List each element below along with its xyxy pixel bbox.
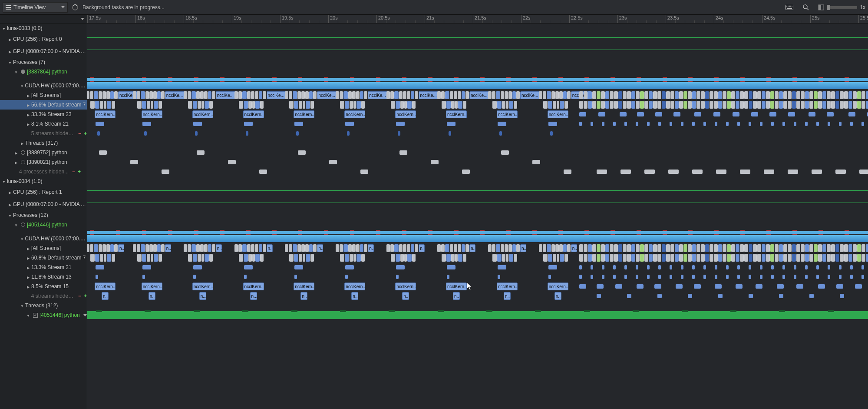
kernel-block[interactable]: [242, 91, 247, 99]
kernel-block[interactable]: [640, 254, 644, 262]
tree-row-q0b[interactable]: [0, 229, 87, 234]
kernel-block-nccl[interactable]: ncclKern...: [95, 110, 116, 118]
kernel-block-nccl[interactable]: ncclKern...: [192, 283, 213, 290]
kernel-block[interactable]: [675, 91, 679, 99]
kernel-block[interactable]: [683, 244, 687, 252]
kernel-block[interactable]: [788, 101, 792, 109]
kernel-block[interactable]: [770, 91, 774, 99]
kernel-block[interactable]: [260, 101, 264, 109]
kernel-block[interactable]: [831, 254, 835, 262]
kernel-block[interactable]: [149, 244, 153, 252]
kernel-block[interactable]: [681, 275, 683, 279]
kernel-block[interactable]: [731, 91, 735, 99]
kernel-block[interactable]: [688, 101, 692, 109]
kernel-block[interactable]: [87, 244, 89, 252]
kernel-block[interactable]: [809, 254, 813, 262]
kernel-block[interactable]: [114, 244, 118, 252]
kernel-block[interactable]: [683, 254, 687, 262]
kernel-block[interactable]: [234, 244, 238, 252]
kernel-block[interactable]: [631, 244, 635, 252]
kernel-block[interactable]: [770, 254, 774, 262]
kernel-block[interactable]: [255, 91, 258, 99]
kernel-block[interactable]: [751, 112, 758, 116]
tree-row-gpu0[interactable]: GPU (0000:07:00.0 - NVIDIA A10: [0, 45, 87, 57]
tree-row-cpu1[interactable]: CPU (256) : Report 1: [0, 186, 87, 198]
kernel-block[interactable]: [158, 101, 162, 109]
kernel-block[interactable]: [263, 91, 266, 99]
kernel-block[interactable]: [550, 131, 553, 136]
track-all0[interactable]: ncclKe...ncclKe...ncclKe...ncclKe...nccl…: [87, 90, 868, 100]
kernel-block[interactable]: [715, 122, 717, 126]
kernel-block[interactable]: [400, 101, 404, 109]
kernel-block[interactable]: [403, 244, 406, 252]
kernel-block-nccl[interactable]: ncclKern...: [192, 110, 213, 118]
kernel-block[interactable]: [396, 254, 400, 262]
kernel-block[interactable]: [193, 254, 197, 262]
tree-row-gpu1[interactable]: GPU (0000:07:00.0 - NVIDIA A10: [0, 198, 87, 210]
kernel-block[interactable]: [446, 254, 451, 262]
kernel-block-nccl[interactable]: n...: [351, 292, 358, 300]
kernel-block[interactable]: [360, 91, 363, 99]
kernel-block[interactable]: [289, 254, 294, 262]
collapse-arrow-icon[interactable]: [8, 59, 12, 65]
tree-row-pt1[interactable]: ✓[4051446] python: [0, 310, 87, 320]
kernel-block[interactable]: [662, 91, 666, 99]
kernel-block[interactable]: [462, 244, 465, 252]
kernel-block[interactable]: [412, 254, 416, 262]
kernel-block[interactable]: [805, 122, 808, 126]
kernel-block[interactable]: [195, 131, 198, 136]
kernel-block[interactable]: [840, 101, 844, 109]
kernel-block[interactable]: [666, 244, 670, 252]
track-p2[interactable]: [87, 157, 868, 167]
kernel-block-nccl[interactable]: n...: [419, 244, 425, 252]
kernel-block[interactable]: [726, 265, 729, 269]
kernel-block[interactable]: [658, 275, 661, 279]
kernel-block[interactable]: [184, 91, 187, 99]
kernel-block[interactable]: [415, 244, 418, 252]
kernel-block[interactable]: [353, 101, 356, 109]
kernel-block[interactable]: [361, 101, 365, 109]
kernel-block[interactable]: [658, 265, 661, 269]
kernel-block[interactable]: [102, 91, 106, 99]
tree-row-p0b[interactable]: [0, 76, 87, 81]
kernel-block[interactable]: [584, 244, 587, 252]
kernel-block[interactable]: [822, 254, 826, 262]
kernel-block[interactable]: [411, 91, 414, 99]
track-thr1[interactable]: [87, 301, 868, 310]
kernel-block[interactable]: [548, 254, 552, 262]
kernel-block[interactable]: [543, 91, 546, 99]
kernel-block[interactable]: [777, 284, 784, 289]
kernel-block[interactable]: [636, 91, 640, 99]
kernel-block[interactable]: [188, 254, 192, 262]
kernel-block[interactable]: [657, 244, 661, 252]
kernel-block[interactable]: [239, 254, 243, 262]
kernel-block[interactable]: [301, 244, 305, 252]
kernel-block[interactable]: [597, 284, 604, 289]
kernel-block[interactable]: [835, 254, 839, 262]
kernel-block[interactable]: [762, 91, 766, 99]
kernel-block[interactable]: [662, 244, 666, 252]
kernel-block[interactable]: [356, 254, 361, 262]
kernel-block[interactable]: [801, 244, 805, 252]
kernel-block[interactable]: [297, 91, 301, 99]
track-hw0[interactable]: [87, 81, 868, 90]
kernel-block[interactable]: [861, 275, 864, 279]
kernel-block[interactable]: [814, 244, 818, 252]
kernel-block[interactable]: [539, 244, 542, 252]
kernel-block[interactable]: [723, 101, 726, 109]
kernel-block[interactable]: [205, 101, 209, 109]
kernel-block[interactable]: [442, 101, 446, 109]
kernel-block[interactable]: [449, 131, 451, 136]
track-hid1[interactable]: n...n...n...n...n...n...n...n...n...n...: [87, 291, 868, 301]
track-thr0[interactable]: [87, 138, 868, 148]
kernel-block[interactable]: [744, 254, 748, 262]
kernel-block[interactable]: [792, 244, 796, 252]
kernel-block[interactable]: [557, 101, 559, 109]
kernel-block[interactable]: [692, 254, 696, 262]
kernel-block[interactable]: [458, 244, 461, 252]
kernel-block[interactable]: [579, 91, 583, 99]
kernel-block[interactable]: [340, 91, 343, 99]
kernel-block[interactable]: [848, 101, 852, 109]
kernel-block[interactable]: [809, 91, 813, 99]
kernel-block[interactable]: [613, 122, 616, 126]
